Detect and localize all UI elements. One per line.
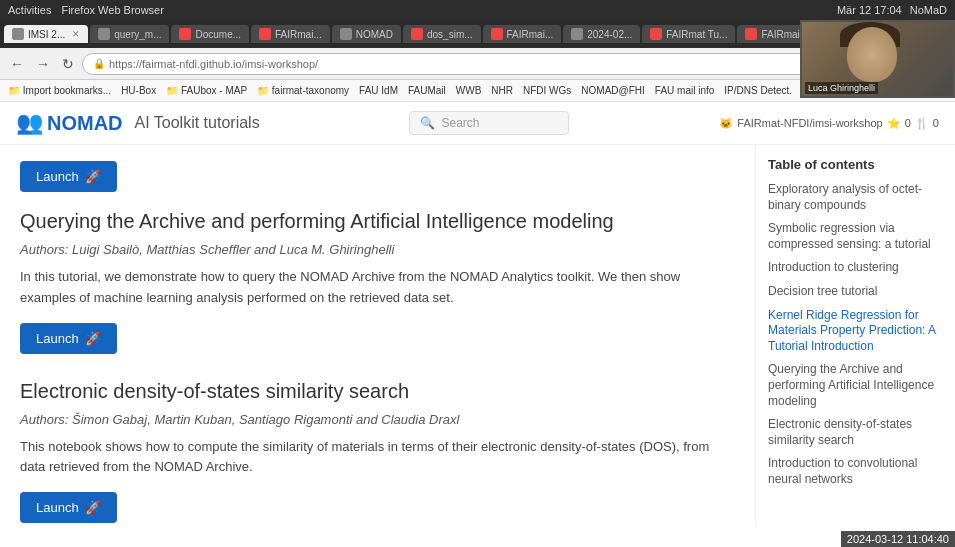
star-count: 0 [905,117,911,129]
back-button[interactable]: ← [6,54,28,74]
toc-item-conv[interactable]: Introduction to convolutional neural net… [768,456,943,487]
star-icon: ⭐ [887,117,901,130]
querying-launch-label: Launch [36,331,79,346]
toc-item-exploratory[interactable]: Exploratory analysis of octet-binary com… [768,182,943,213]
webcam-overlay: Luca Ghiringhelli [800,20,955,98]
forward-button[interactable]: → [32,54,54,74]
nomad-logo-text: NOMAD [47,112,123,135]
search-bar[interactable]: 🔍 Search [409,111,569,135]
timestamp-overlay: 2024-03-12 11:04:40 [841,531,955,547]
fork-count: 0 [933,117,939,129]
tab-label-fairmat2: FAIRmai... [507,29,554,40]
tab-favicon-query [98,28,110,40]
querying-section: Querying the Archive and performing Arti… [20,208,735,354]
tab-favicon-fairmat1 [259,28,271,40]
site-subtitle: AI Toolkit tutorials [135,114,260,132]
toc-item-electronic[interactable]: Electronic density-of-states similarity … [768,417,943,448]
bookmark-nhr[interactable]: NHR [487,84,517,97]
toc-item-querying[interactable]: Querying the Archive and performing Arti… [768,362,943,409]
webcam-name-label: Luca Ghiringhelli [805,82,878,94]
article-content: Launch 🚀 Querying the Archive and perfor… [0,145,755,525]
nomad-logo[interactable]: 👥 NOMAD [16,110,123,136]
electronic-launch-button[interactable]: Launch 🚀 [20,492,117,523]
bookmark-hubox[interactable]: HU-Box [117,84,160,97]
webcam-video: Luca Ghiringhelli [802,22,953,96]
tab-query[interactable]: query_m... [90,25,169,43]
top-launch-section: Launch 🚀 [20,161,735,192]
querying-launch-icon: 🚀 [85,331,101,346]
tab-favicon-nomad1 [340,28,352,40]
tab-label-nomad1: NOMAD [356,29,393,40]
nomad-os-label: NoMaD [910,4,947,16]
right-sidebar: Table of contents Exploratory analysis o… [755,145,955,525]
tab-favicon-document [179,28,191,40]
toc-title: Table of contents [768,157,943,172]
url-text: https://fairmat-nfdi.github.io/imsi-work… [109,58,318,70]
electronic-title: Electronic density-of-states similarity … [20,378,735,404]
bookmark-wwb[interactable]: WWB [452,84,486,97]
reload-button[interactable]: ↻ [58,54,78,74]
bookmark-nomad-fhi[interactable]: NOMAD@FHI [577,84,648,97]
electronic-authors: Authors: Šimon Gabaj, Martin Kuban, Sant… [20,412,735,427]
tab-favicon-dos [411,28,423,40]
lock-icon: 🔒 [93,58,105,69]
tab-favicon-2024 [571,28,583,40]
content-body: Launch 🚀 Querying the Archive and perfor… [0,145,955,525]
electronic-launch-label: Launch [36,500,79,515]
datetime-label: Mär 12 17:04 [837,4,902,16]
bookmark-fau-idm[interactable]: FAU IdM [355,84,402,97]
tab-label-fairmat-tu: FAIRmat Tu... [666,29,727,40]
tab-nomad1[interactable]: NOMAD [332,25,401,43]
top-launch-label: Launch [36,169,79,184]
tab-label-query: query_m... [114,29,161,40]
bookmark-ip-dns[interactable]: IP/DNS Detect. [720,84,796,97]
url-bar[interactable]: 🔒 https://fairmat-nfdi.github.io/imsi-wo… [82,53,886,75]
timestamp-text: 2024-03-12 11:04:40 [847,533,949,545]
querying-launch-button[interactable]: Launch 🚀 [20,323,117,354]
tab-close-imsi[interactable]: ✕ [72,29,80,39]
github-info[interactable]: 🐱 FAIRmat-NFDI/imsi-workshop ⭐ 0 🍴 0 [719,117,939,130]
querying-title: Querying the Archive and performing Arti… [20,208,735,234]
bookmark-fau-mail[interactable]: FAU mail info [651,84,718,97]
bookmark-fairmat-taxonomy[interactable]: 📁 fairmat-taxonomy [253,84,353,97]
tab-label-fairmat1: FAIRmai... [275,29,322,40]
fork-icon: 🍴 [915,117,929,130]
tab-dos[interactable]: dos_sim... [403,25,481,43]
electronic-section: Electronic density-of-states similarity … [20,378,735,524]
querying-authors: Authors: Luigi Sbailò, Matthias Scheffle… [20,242,735,257]
search-icon: 🔍 [420,116,435,130]
electronic-launch-icon: 🚀 [85,500,101,515]
tab-fairmat-tu[interactable]: FAIRmat Tu... [642,25,735,43]
toc-item-clustering[interactable]: Introduction to clustering [768,260,943,276]
bookmark-faubox[interactable]: 📁 FAUbox - MAP [162,84,251,97]
querying-description: In this tutorial, we demonstrate how to … [20,267,735,309]
tab-favicon-imsi [12,28,24,40]
top-launch-icon: 🚀 [85,169,101,184]
bookmark-faumail[interactable]: FAUMail [404,84,450,97]
tab-2024[interactable]: 2024-02... [563,25,640,43]
github-icon: 🐱 [719,117,733,130]
tab-favicon-fairmat2 [491,28,503,40]
site-logo: 👥 NOMAD AI Toolkit tutorials [16,110,260,136]
toc-item-decision[interactable]: Decision tree tutorial [768,284,943,300]
browser-label[interactable]: Firefox Web Browser [61,4,164,16]
tab-favicon-fairmat3 [745,28,757,40]
tab-label-dos: dos_sim... [427,29,473,40]
top-launch-button[interactable]: Launch 🚀 [20,161,117,192]
activities-label[interactable]: Activities [8,4,51,16]
bookmark-import[interactable]: 📁 Import bookmarks... [4,84,115,97]
toc-item-kernel[interactable]: Kernel Ridge Regression for Materials Pr… [768,308,943,355]
tab-label-imsi: IMSI 2... [28,29,65,40]
github-label: FAIRmat-NFDI/imsi-workshop [737,117,882,129]
toc-item-symbolic[interactable]: Symbolic regression via compressed sensi… [768,221,943,252]
tab-imsi[interactable]: IMSI 2... ✕ [4,25,88,43]
bookmark-nfdi[interactable]: NFDI WGs [519,84,575,97]
tab-favicon-fairmat-tu [650,28,662,40]
site-header: 👥 NOMAD AI Toolkit tutorials 🔍 Search 🐱 … [0,102,955,145]
tab-label-2024: 2024-02... [587,29,632,40]
tab-document[interactable]: Docume... [171,25,249,43]
electronic-description: This notebook shows how to compute the s… [20,437,735,479]
tab-fairmat2[interactable]: FAIRmai... [483,25,562,43]
search-placeholder: Search [441,116,479,130]
tab-fairmat1[interactable]: FAIRmai... [251,25,330,43]
